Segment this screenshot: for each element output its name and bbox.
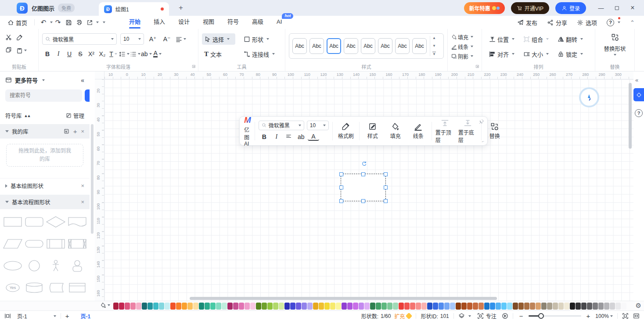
- color-swatch[interactable]: [279, 303, 284, 310]
- color-swatch[interactable]: [130, 303, 136, 310]
- save-button[interactable]: [63, 17, 74, 28]
- shape-person[interactable]: [46, 259, 66, 272]
- shape-diamond[interactable]: [46, 215, 66, 228]
- compass-navigator[interactable]: [579, 87, 599, 107]
- new-tab-button[interactable]: +: [179, 4, 183, 12]
- color-swatch[interactable]: [148, 303, 153, 310]
- shape-terminator[interactable]: [24, 237, 44, 250]
- shape-document[interactable]: [67, 215, 87, 228]
- decrease-font-button[interactable]: A⁻: [162, 33, 172, 45]
- color-swatch[interactable]: [536, 303, 541, 310]
- paste-button[interactable]: [16, 47, 27, 54]
- color-swatch[interactable]: [399, 303, 404, 310]
- float-style-button[interactable]: 样式: [363, 122, 382, 139]
- color-swatch[interactable]: [524, 303, 529, 310]
- home-button[interactable]: [5, 17, 16, 28]
- rotate-handle[interactable]: [361, 161, 367, 168]
- style-option-8[interactable]: Abc: [412, 38, 427, 54]
- fit-screen-button[interactable]: [622, 313, 629, 319]
- selection-handle[interactable]: [361, 172, 365, 176]
- shape-rectangle[interactable]: [3, 215, 23, 228]
- color-swatch[interactable]: [284, 303, 290, 310]
- float-font-size[interactable]: 10: [307, 121, 329, 130]
- color-swatch[interactable]: [302, 303, 307, 310]
- drawing-canvas[interactable]: M 亿图AI 微软雅黑 10 B I ab: [104, 79, 633, 301]
- color-swatch[interactable]: [250, 303, 255, 310]
- style-option-3[interactable]: Abc: [327, 38, 341, 54]
- close-library-button[interactable]: ×: [81, 128, 84, 135]
- color-swatch[interactable]: [610, 303, 615, 310]
- maximize-button[interactable]: [611, 2, 623, 14]
- text-style-button[interactable]: T: [108, 48, 119, 60]
- zoom-in-button[interactable]: +: [585, 312, 592, 320]
- color-swatch[interactable]: [604, 303, 609, 310]
- color-swatch[interactable]: [245, 303, 250, 310]
- color-swatch[interactable]: [593, 303, 598, 310]
- layers-button[interactable]: [458, 313, 471, 319]
- float-fill-button[interactable]: 填充: [386, 122, 405, 139]
- selection-handle[interactable]: [384, 199, 388, 203]
- color-swatch[interactable]: [324, 303, 330, 310]
- color-swatch[interactable]: [187, 303, 193, 310]
- redo-button[interactable]: ↷: [53, 17, 63, 28]
- color-swatch[interactable]: [393, 303, 398, 310]
- lock-button[interactable]: 锁定: [558, 48, 583, 60]
- color-swatch[interactable]: [165, 303, 170, 310]
- font-dialog-launcher[interactable]: [192, 64, 196, 70]
- float-font-family[interactable]: 微软雅黑: [259, 121, 304, 130]
- symbol-search-input[interactable]: [5, 89, 82, 102]
- close-button[interactable]: ×: [626, 2, 639, 14]
- color-swatch[interactable]: [439, 303, 444, 310]
- color-swatch[interactable]: [347, 303, 353, 310]
- format-painter-button[interactable]: [16, 34, 23, 42]
- vertical-scrollbar[interactable]: [629, 83, 632, 149]
- selected-shape[interactable]: [341, 174, 385, 201]
- font-color-button[interactable]: A: [152, 48, 163, 60]
- library-dropzone[interactable]: 拖拽到此处，添加到我的库: [6, 144, 83, 167]
- list-button[interactable]: [130, 48, 140, 60]
- color-swatch[interactable]: [467, 303, 472, 310]
- export-button[interactable]: [84, 17, 95, 28]
- color-swatch[interactable]: [313, 303, 318, 310]
- symbols-header[interactable]: 更多符号: [15, 76, 38, 84]
- color-swatch[interactable]: [319, 303, 324, 310]
- bold-button[interactable]: B: [42, 48, 53, 60]
- tab-开始[interactable]: 开始: [129, 16, 140, 29]
- size-button[interactable]: 大小: [523, 48, 549, 60]
- color-swatch[interactable]: [182, 303, 187, 310]
- login-button[interactable]: 登录: [555, 2, 586, 14]
- color-swatch[interactable]: [262, 303, 267, 310]
- basic-draw-section[interactable]: 基本绘图形状 ×: [0, 178, 90, 193]
- line-button[interactable]: 线条: [451, 42, 478, 51]
- tab-AI[interactable]: AIhot: [277, 16, 282, 29]
- zoom-level[interactable]: 100%: [595, 313, 613, 319]
- color-swatch[interactable]: [433, 303, 438, 310]
- style-option-1[interactable]: Abc: [292, 38, 307, 54]
- color-swatch[interactable]: [461, 303, 467, 310]
- minimize-button[interactable]: —: [595, 2, 607, 14]
- color-swatch[interactable]: [496, 303, 501, 310]
- print-button[interactable]: [74, 17, 84, 28]
- selection-handle[interactable]: [339, 172, 343, 176]
- font-size-select[interactable]: 10: [120, 33, 144, 45]
- selection-handle[interactable]: [339, 199, 343, 203]
- color-swatch[interactable]: [125, 303, 130, 310]
- color-swatch[interactable]: [176, 303, 181, 310]
- color-swatch[interactable]: [342, 303, 347, 310]
- color-swatch[interactable]: [307, 303, 313, 310]
- float-char-spacing-button[interactable]: ab: [295, 132, 307, 142]
- color-swatch[interactable]: [159, 303, 164, 310]
- color-swatch[interactable]: [615, 303, 621, 310]
- gallery-down-button[interactable]: ▼: [432, 44, 436, 48]
- my-library-section[interactable]: 我的库 + ×: [0, 124, 90, 139]
- color-swatch[interactable]: [210, 303, 216, 310]
- manage-button[interactable]: 管理: [66, 111, 84, 120]
- shape-user[interactable]: [67, 259, 87, 272]
- zoom-out-button[interactable]: −: [518, 312, 525, 320]
- fit-width-button[interactable]: [633, 313, 640, 319]
- format-panel-button[interactable]: [633, 88, 644, 101]
- color-swatch[interactable]: [216, 303, 221, 310]
- tab-视图[interactable]: 视图: [203, 16, 214, 29]
- color-swatch[interactable]: [513, 303, 518, 310]
- float-format-painter[interactable]: 格式刷: [336, 122, 356, 139]
